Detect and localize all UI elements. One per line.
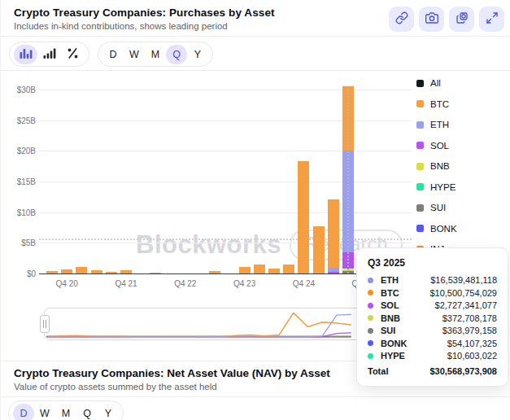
tooltip-row-eth: ETH$16,539,481,118 — [368, 275, 497, 285]
export-chart-icon — [456, 11, 469, 27]
legend-item-eth[interactable]: ETH — [416, 120, 457, 129]
legend-item-bonk[interactable]: BONK — [416, 224, 457, 234]
btc-swatch-icon — [416, 100, 424, 107]
tooltip-row-bonk: BONK$54,107,325 — [368, 339, 497, 348]
bar-btc-q2-25[interactable] — [328, 199, 339, 268]
period-switcher: DWMQY — [98, 42, 213, 67]
bar-btc-q1-25[interactable] — [313, 226, 325, 273]
legend-item-sui[interactable]: SUI — [416, 203, 457, 212]
bar-btc-q3-24[interactable] — [283, 265, 294, 273]
tooltip-asset-name: BNB — [368, 313, 400, 323]
bar-btc-q4-23[interactable] — [239, 267, 251, 273]
stacked-column-chart-icon — [19, 47, 33, 62]
tooltip-asset-name: SOL — [368, 300, 399, 310]
fullscreen-button[interactable] — [479, 7, 504, 32]
bottom-period-w-button[interactable]: W — [34, 404, 55, 420]
tooltip-asset-name: SUI — [368, 326, 395, 335]
percent-icon — [67, 47, 79, 62]
legend-item-bnb[interactable]: BNB — [416, 161, 457, 171]
ascending-bars-chart-icon — [42, 47, 56, 62]
navigator-left-handle[interactable] — [40, 315, 50, 333]
bar-eth-q2-25[interactable] — [328, 268, 339, 272]
top-period-m-button[interactable]: M — [145, 45, 166, 64]
tooltip-asset-value: $10,603,022 — [447, 351, 497, 361]
copy-link-button[interactable] — [389, 7, 414, 32]
divider — [1, 36, 510, 37]
bottom-period-d-button[interactable]: D — [13, 404, 34, 420]
chart-type-switcher — [9, 42, 89, 67]
top-period-q-button[interactable]: Q — [166, 45, 187, 64]
link-icon — [395, 11, 408, 27]
legend-label: BNB — [430, 161, 450, 171]
chart-toolbar: DWMQY — [9, 42, 213, 67]
y-axis-tick: $30B — [3, 85, 36, 94]
y-axis-tick: $10B — [3, 208, 36, 217]
legend-label: SUI — [430, 203, 446, 212]
y-axis-tick: $25B — [3, 116, 36, 125]
gridline — [39, 151, 412, 151]
gridline — [39, 90, 412, 90]
chart-tooltip: Q3 2025 ETH$16,539,481,118BTC$10,500,754… — [356, 247, 508, 387]
camera-icon — [425, 11, 438, 27]
tooltip-asset-value: $372,708,178 — [442, 313, 497, 323]
sol-dot-icon — [368, 303, 373, 308]
dashboard-page: Crypto Treasury Companies: Purchases by … — [0, 0, 510, 420]
tooltip-asset-value: $10,500,754,029 — [429, 288, 497, 298]
chart-type-grouped-column-button[interactable] — [37, 45, 61, 64]
bnb-dot-icon — [368, 315, 373, 321]
bar-btc-q1-21[interactable] — [76, 267, 87, 273]
sol-swatch-icon — [416, 142, 424, 149]
legend-item-hype[interactable]: HYPE — [416, 182, 457, 192]
x-axis-tick: Q4 24 — [286, 279, 321, 288]
chart-actions — [389, 7, 504, 32]
divider — [1, 70, 510, 71]
gridline — [39, 212, 412, 213]
top-period-y-button[interactable]: Y — [187, 45, 208, 64]
nav-section-title: Crypto Treasury Companies: Net Asset Val… — [14, 367, 330, 379]
expand-icon — [486, 11, 499, 27]
all-swatch-icon — [416, 80, 424, 87]
eth-swatch-icon — [416, 121, 424, 129]
tooltip-row-sol: SOL$2,727,341,077 — [368, 300, 497, 310]
bottom-period-q-button[interactable]: Q — [76, 404, 98, 420]
legend-label: HYPE — [430, 182, 456, 192]
top-period-w-button[interactable]: W — [124, 45, 145, 64]
tooltip-total-label: Total — [368, 366, 388, 376]
legend-item-all[interactable]: All — [416, 78, 457, 88]
page-title: Crypto Treasury Companies: Purchases by … — [14, 7, 275, 19]
tooltip-total-value: $30,568,973,908 — [429, 366, 497, 376]
tooltip-asset-name: ETH — [368, 275, 399, 285]
tooltip-asset-name: BTC — [368, 288, 399, 298]
bar-btc-q1-24[interactable] — [254, 265, 265, 273]
page-subtitle: Includes in-kind contributions, shows le… — [14, 21, 228, 31]
tooltip-row-sui: SUI$363,979,158 — [368, 326, 497, 335]
chart-type-stacked-column-button[interactable] — [14, 45, 37, 64]
y-axis-tick: $20B — [3, 147, 36, 155]
gridline — [39, 182, 412, 182]
tooltip-asset-name: BONK — [368, 339, 407, 348]
tooltip-row-hype: HYPE$10,603,022 — [368, 351, 497, 361]
chart-type-percent-button[interactable] — [61, 45, 85, 64]
legend-label: BONK — [430, 224, 457, 234]
bottom-period-y-button[interactable]: Y — [98, 404, 119, 420]
top-period-d-button[interactable]: D — [102, 45, 124, 64]
y-axis-tick: $0 — [3, 269, 36, 278]
y-axis-tick: $15B — [3, 177, 36, 186]
export-chart-button[interactable] — [449, 7, 474, 32]
legend-item-btc[interactable]: BTC — [416, 99, 457, 109]
legend-item-sol[interactable]: SOL — [416, 141, 457, 151]
gridline — [39, 243, 412, 243]
x-axis-tick: Q4 20 — [49, 279, 85, 288]
btc-dot-icon — [368, 290, 373, 295]
nav-section-subtitle: Value of crypto assets summed by the ass… — [14, 382, 217, 392]
bottom-period-m-button[interactable]: M — [55, 404, 76, 420]
screenshot-button[interactable] — [419, 7, 444, 32]
sui-swatch-icon — [416, 204, 424, 212]
bar-btc-q4-24[interactable] — [298, 161, 309, 273]
x-axis-tick: Q4 22 — [168, 279, 203, 288]
tooltip-total-row: Total $30,568,973,908 — [368, 366, 497, 376]
reference-line — [39, 238, 412, 240]
bonk-dot-icon — [368, 340, 373, 346]
tooltip-asset-value: $16,539,481,118 — [430, 275, 497, 285]
tooltip-title: Q3 2025 — [368, 257, 497, 269]
